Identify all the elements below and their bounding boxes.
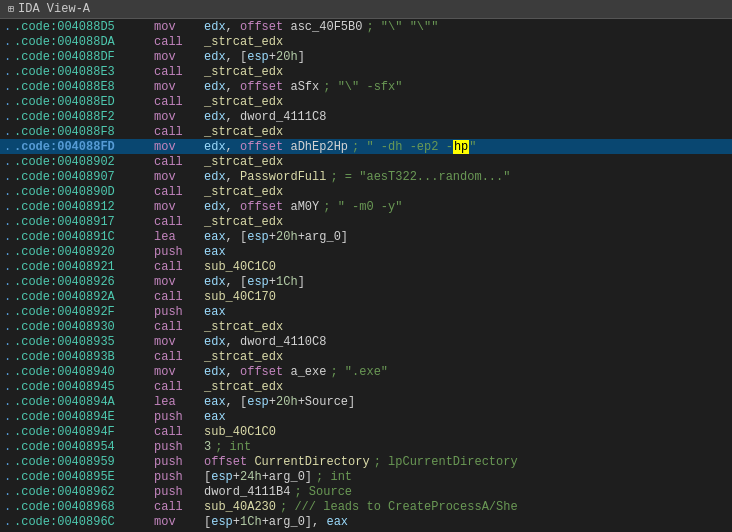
code-line[interactable]: ..code:00408954push3; int — [0, 439, 732, 454]
address: .code:00408930 — [14, 320, 154, 334]
code-line[interactable]: ..code:00408921callsub_40C1C0 — [0, 259, 732, 274]
address: .code:0040891C — [14, 230, 154, 244]
operands: eax, [esp+20h+Source] — [204, 395, 355, 409]
bullet: . — [4, 35, 12, 49]
address: .code:0040894E — [14, 410, 154, 424]
operands: edx, offset a_exe; ".exe" — [204, 365, 388, 379]
code-line[interactable]: ..code:004088D5movedx, offset asc_40F5B0… — [0, 19, 732, 34]
code-line[interactable]: ..code:0040892Acallsub_40C170 — [0, 289, 732, 304]
bullet: . — [4, 500, 12, 514]
operands: _strcat_edx — [204, 350, 283, 364]
operands: edx, dword_4111C8 — [204, 110, 326, 124]
address: .code:004088DF — [14, 50, 154, 64]
code-line[interactable]: ..code:00408935movedx, dword_4110C8 — [0, 334, 732, 349]
code-line[interactable]: ..code:004088E3call_strcat_edx — [0, 64, 732, 79]
code-line[interactable]: ..code:00408968callsub_40A230; /// leads… — [0, 499, 732, 514]
code-line[interactable]: ..code:0040891Cleaeax, [esp+20h+arg_0] — [0, 229, 732, 244]
operands: [esp+1Ch+arg_0], eax — [204, 515, 348, 529]
bullet: . — [4, 95, 12, 109]
address: .code:00408940 — [14, 365, 154, 379]
code-line[interactable]: ..code:00408940movedx, offset a_exe; ".e… — [0, 364, 732, 379]
bullet: . — [4, 185, 12, 199]
operands: _strcat_edx — [204, 125, 283, 139]
code-line[interactable]: ..code:004088EDcall_strcat_edx — [0, 94, 732, 109]
mnemonic: lea — [154, 230, 204, 244]
mnemonic: mov — [154, 335, 204, 349]
bullet: . — [4, 425, 12, 439]
mnemonic: call — [154, 65, 204, 79]
code-line[interactable]: ..code:00408959pushoffset CurrentDirecto… — [0, 454, 732, 469]
mnemonic: mov — [154, 275, 204, 289]
address: .code:00408968 — [14, 500, 154, 514]
operands: edx, offset aDhEp2Hp; " -dh -ep2 -hp" — [204, 140, 476, 154]
bullet: . — [4, 380, 12, 394]
bullet: . — [4, 350, 12, 364]
mnemonic: mov — [154, 80, 204, 94]
address: .code:00408920 — [14, 245, 154, 259]
mnemonic: call — [154, 215, 204, 229]
address: .code:0040895E — [14, 470, 154, 484]
address: .code:00408921 — [14, 260, 154, 274]
code-line[interactable]: ..code:0040895Epush[esp+24h+arg_0]; int — [0, 469, 732, 484]
bullet: . — [4, 320, 12, 334]
address: .code:00408945 — [14, 380, 154, 394]
code-line[interactable]: ..code:00408907movedx, PasswordFull; = "… — [0, 169, 732, 184]
address: .code:0040890D — [14, 185, 154, 199]
mnemonic: call — [154, 260, 204, 274]
address: .code:004088E3 — [14, 65, 154, 79]
code-line[interactable]: ..code:0040890Dcall_strcat_edx — [0, 184, 732, 199]
operands: sub_40A230; /// leads to CreateProcessA/… — [204, 500, 518, 514]
operands: edx, dword_4110C8 — [204, 335, 326, 349]
bullet: . — [4, 80, 12, 94]
code-line[interactable]: ..code:004088F2movedx, dword_4111C8 — [0, 109, 732, 124]
code-line[interactable]: ..code:0040894Fcallsub_40C1C0 — [0, 424, 732, 439]
address: .code:0040894F — [14, 425, 154, 439]
code-line[interactable]: ..code:00408962pushdword_4111B4; Source — [0, 484, 732, 499]
code-line[interactable]: ..code:004088F8call_strcat_edx — [0, 124, 732, 139]
bullet: . — [4, 140, 12, 154]
operands: _strcat_edx — [204, 215, 283, 229]
title-bar-icon: ⊞ — [8, 3, 14, 15]
bullet: . — [4, 275, 12, 289]
operands: _strcat_edx — [204, 185, 283, 199]
code-line[interactable]: ..code:0040892Fpusheax — [0, 304, 732, 319]
code-line[interactable]: ..code:004088DFmovedx, [esp+20h] — [0, 49, 732, 64]
operands: edx, offset aM0Y; " -m0 -y" — [204, 200, 402, 214]
mnemonic: call — [154, 95, 204, 109]
bullet: . — [4, 485, 12, 499]
bullet: . — [4, 470, 12, 484]
mnemonic: call — [154, 125, 204, 139]
mnemonic: push — [154, 305, 204, 319]
address: .code:00408954 — [14, 440, 154, 454]
operands: eax, [esp+20h+arg_0] — [204, 230, 348, 244]
bullet: . — [4, 20, 12, 34]
mnemonic: call — [154, 425, 204, 439]
code-line[interactable]: ..code:00408917call_strcat_edx — [0, 214, 732, 229]
operands: _strcat_edx — [204, 155, 283, 169]
address: .code:0040892F — [14, 305, 154, 319]
code-line[interactable]: ..code:00408926movedx, [esp+1Ch] — [0, 274, 732, 289]
code-line[interactable]: ..code:004088DAcall_strcat_edx — [0, 34, 732, 49]
code-line[interactable]: ..code:0040894Aleaeax, [esp+20h+Source] — [0, 394, 732, 409]
code-line[interactable]: ..code:00408945call_strcat_edx — [0, 379, 732, 394]
mnemonic: call — [154, 290, 204, 304]
address: .code:004088ED — [14, 95, 154, 109]
operands: _strcat_edx — [204, 65, 283, 79]
code-line[interactable]: ..code:0040893Bcall_strcat_edx — [0, 349, 732, 364]
operands: eax — [204, 305, 226, 319]
bullet: . — [4, 125, 12, 139]
code-line[interactable]: ..code:00408920pusheax — [0, 244, 732, 259]
code-line[interactable]: ..code:0040894Epusheax — [0, 409, 732, 424]
code-line[interactable]: ..code:00408912movedx, offset aM0Y; " -m… — [0, 199, 732, 214]
mnemonic: push — [154, 440, 204, 454]
operands: eax — [204, 410, 226, 424]
code-line[interactable]: ..code:004088E8movedx, offset aSfx; "\" … — [0, 79, 732, 94]
code-line[interactable]: ..code:00408930call_strcat_edx — [0, 319, 732, 334]
bullet: . — [4, 200, 12, 214]
code-line[interactable]: ..code:00408902call_strcat_edx — [0, 154, 732, 169]
operands: offset CurrentDirectory; lpCurrentDirect… — [204, 455, 518, 469]
mnemonic: lea — [154, 395, 204, 409]
code-line[interactable]: ..code:004088FDmovedx, offset aDhEp2Hp; … — [0, 139, 732, 154]
bullet: . — [4, 215, 12, 229]
code-line[interactable]: ..code:0040896Cmov[esp+1Ch+arg_0], eax — [0, 514, 732, 529]
